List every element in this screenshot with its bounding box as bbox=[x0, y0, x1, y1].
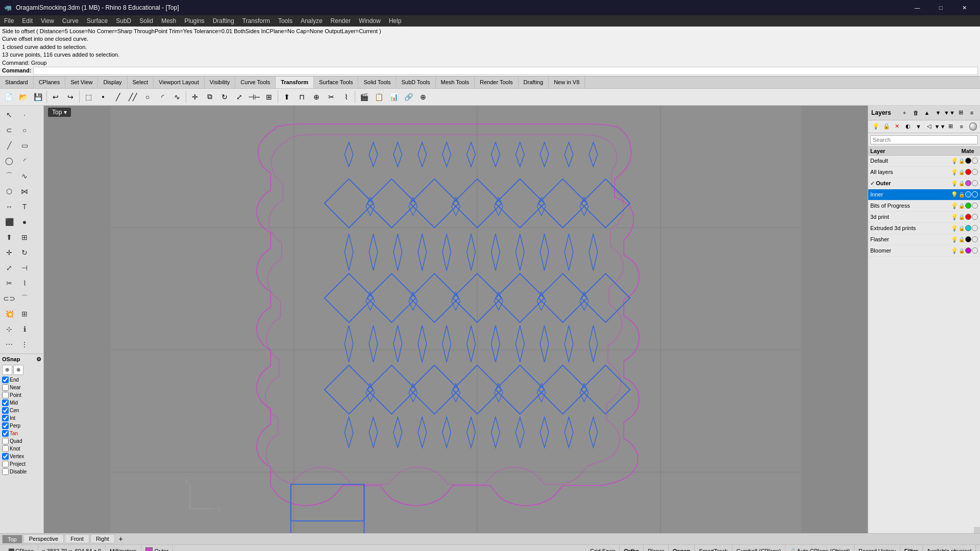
tb-render[interactable]: 🎬 bbox=[357, 90, 371, 104]
command-input[interactable] bbox=[33, 67, 978, 75]
tab-solid-tools[interactable]: Solid Tools bbox=[358, 77, 396, 88]
color-dot-inner[interactable] bbox=[965, 191, 971, 197]
layers-scrollbar[interactable] bbox=[974, 527, 980, 533]
rhino-canvas[interactable]: x y bbox=[44, 106, 868, 533]
lock-icon-outer[interactable]: 🔒 bbox=[959, 181, 965, 186]
lock-icon-inner[interactable]: 🔒 bbox=[959, 192, 965, 197]
status-osnap[interactable]: Osnap bbox=[669, 545, 695, 551]
arc-tool[interactable]: ◜ bbox=[17, 154, 32, 168]
snap-search-icon[interactable]: ⊕ bbox=[2, 365, 12, 375]
status-smarttrack[interactable]: SmartTrack bbox=[695, 545, 732, 551]
tb-extrude[interactable]: ⬆ bbox=[280, 90, 294, 104]
color-dot-bits[interactable] bbox=[965, 203, 971, 209]
bulb-icon-extruded[interactable]: 💡 bbox=[951, 225, 958, 232]
tab-drafting[interactable]: Drafting bbox=[519, 77, 549, 88]
menu-file[interactable]: File bbox=[0, 15, 18, 27]
menu-plugins[interactable]: Plugins bbox=[180, 15, 208, 27]
tab-new-v8[interactable]: New in V8 bbox=[549, 77, 585, 88]
viewport-tab-perspective[interactable]: Perspective bbox=[23, 534, 64, 543]
mat-circle-outer[interactable] bbox=[972, 180, 978, 186]
tb-move[interactable]: ✛ bbox=[188, 90, 202, 104]
menu-analyze[interactable]: Analyze bbox=[297, 15, 327, 27]
color-dot-all[interactable] bbox=[965, 169, 971, 175]
mat-circle-flasher[interactable] bbox=[972, 236, 978, 242]
mat-circle-extruded[interactable] bbox=[972, 225, 978, 231]
trim-tool[interactable]: ✂ bbox=[2, 276, 16, 290]
layers-move-up[interactable]: ▲ bbox=[922, 108, 932, 118]
tab-subd-tools[interactable]: SubD Tools bbox=[396, 77, 435, 88]
mirror-tool[interactable]: ⊣ bbox=[17, 261, 32, 275]
layers-table-view[interactable]: ⊞ bbox=[955, 108, 966, 118]
viewport-tab-front[interactable]: Front bbox=[65, 534, 89, 543]
status-layer[interactable]: Outer bbox=[141, 545, 174, 551]
tab-cplanes[interactable]: CPlanes bbox=[34, 77, 66, 88]
surface-tool[interactable]: ⬡ bbox=[2, 184, 16, 198]
solid-box[interactable]: ⬛ bbox=[2, 215, 16, 229]
status-available[interactable]: Available physical bbox=[923, 545, 976, 551]
lock-icon-bits[interactable]: 🔒 bbox=[959, 203, 965, 209]
extrude-tool[interactable]: ⬆ bbox=[2, 230, 16, 244]
tb-mirror[interactable]: ⊣⊢ bbox=[247, 90, 261, 104]
bulb-icon-3dprint[interactable]: 💡 bbox=[951, 214, 958, 220]
layer-row-outer[interactable]: ✓ Outer 💡 🔒 bbox=[868, 178, 980, 189]
layer-row-bits[interactable]: Bits of Progress 💡 🔒 bbox=[868, 201, 980, 212]
color-dot-default[interactable] bbox=[965, 158, 971, 164]
layers-delete-btn[interactable]: 🗑 bbox=[911, 108, 921, 118]
menu-render[interactable]: Render bbox=[327, 15, 355, 27]
osnap-cen[interactable]: Cen bbox=[2, 407, 41, 414]
layers-icon-4[interactable]: ◐ bbox=[903, 121, 913, 132]
menu-edit[interactable]: Edit bbox=[18, 15, 37, 27]
layers-icon-2[interactable]: 🔒 bbox=[882, 121, 892, 132]
join-tool[interactable]: ⊂⊃ bbox=[2, 291, 16, 306]
tab-mesh-tools[interactable]: Mesh Tools bbox=[436, 77, 475, 88]
tb-save[interactable]: 💾 bbox=[31, 90, 45, 104]
status-gridsnap[interactable]: Grid Snap bbox=[586, 545, 620, 551]
mat-circle-all[interactable] bbox=[972, 169, 978, 175]
menu-tools[interactable]: Tools bbox=[274, 15, 297, 27]
menu-help[interactable]: Help bbox=[385, 15, 406, 27]
mat-circle-bits[interactable] bbox=[972, 203, 978, 209]
tab-standard[interactable]: Standard bbox=[0, 77, 34, 88]
bulb-icon-inner[interactable]: 💡 bbox=[951, 191, 958, 198]
bulb-icon-outer[interactable]: 💡 bbox=[951, 180, 958, 187]
layer-row-extruded[interactable]: Extruded 3d prints 💡 🔒 bbox=[868, 223, 980, 234]
tb-gumball[interactable]: ⊕ bbox=[416, 90, 430, 104]
mat-circle-3dprint[interactable] bbox=[972, 214, 978, 220]
tab-setview[interactable]: Set View bbox=[65, 77, 98, 88]
status-cplane[interactable]: ⬛ CPlane bbox=[4, 545, 38, 551]
status-units[interactable]: Millimeters bbox=[106, 545, 141, 551]
tb-new[interactable]: 📄 bbox=[1, 90, 15, 104]
mat-circle-inner[interactable] bbox=[972, 191, 978, 197]
lock-icon-extruded[interactable]: 🔒 bbox=[959, 226, 965, 231]
layers-icon-8[interactable]: ⊞ bbox=[946, 121, 956, 132]
layers-move-down[interactable]: ▼ bbox=[933, 108, 943, 118]
tab-transform[interactable]: Transform bbox=[276, 77, 314, 88]
lasso-select[interactable]: ⊂ bbox=[2, 123, 16, 137]
freeform-curve[interactable]: ∿ bbox=[17, 169, 32, 183]
scale-tool[interactable]: ⤢ bbox=[2, 261, 16, 275]
osnap-near[interactable]: Near bbox=[2, 384, 41, 391]
osnap-tan[interactable]: Tan bbox=[2, 430, 41, 437]
group-tool[interactable]: ⊞ bbox=[17, 307, 32, 321]
status-record-history[interactable]: Record History bbox=[854, 545, 900, 551]
viewport-tab-right[interactable]: Right bbox=[90, 534, 115, 543]
tab-viewport-layout[interactable]: Viewport Layout bbox=[154, 77, 205, 88]
tab-surface-tools[interactable]: Surface Tools bbox=[314, 77, 358, 88]
layers-icon-7[interactable]: ▼▼ bbox=[935, 121, 945, 132]
line-tool[interactable]: ╱ bbox=[2, 138, 16, 153]
osnap-int[interactable]: Int bbox=[2, 414, 41, 422]
bulb-icon-bits[interactable]: 💡 bbox=[951, 203, 958, 209]
layers-filter[interactable]: ▼▼ bbox=[944, 108, 954, 118]
tb-properties[interactable]: 📊 bbox=[386, 90, 401, 104]
menu-window[interactable]: Window bbox=[355, 15, 385, 27]
layers-search-input[interactable] bbox=[870, 135, 978, 144]
color-dot-flasher[interactable] bbox=[965, 236, 971, 242]
extra-tools[interactable]: ⋮ bbox=[17, 337, 32, 352]
status-planar[interactable]: Planar bbox=[644, 545, 669, 551]
tb-line[interactable]: ╱ bbox=[111, 90, 125, 104]
point-tool[interactable]: · bbox=[17, 108, 32, 122]
mat-circle-bloomer[interactable] bbox=[972, 247, 978, 254]
fillet-tool[interactable]: ⌒ bbox=[17, 291, 32, 306]
viewport-tab-top[interactable]: Top bbox=[2, 535, 22, 543]
bulb-icon-default[interactable]: 💡 bbox=[951, 158, 958, 164]
